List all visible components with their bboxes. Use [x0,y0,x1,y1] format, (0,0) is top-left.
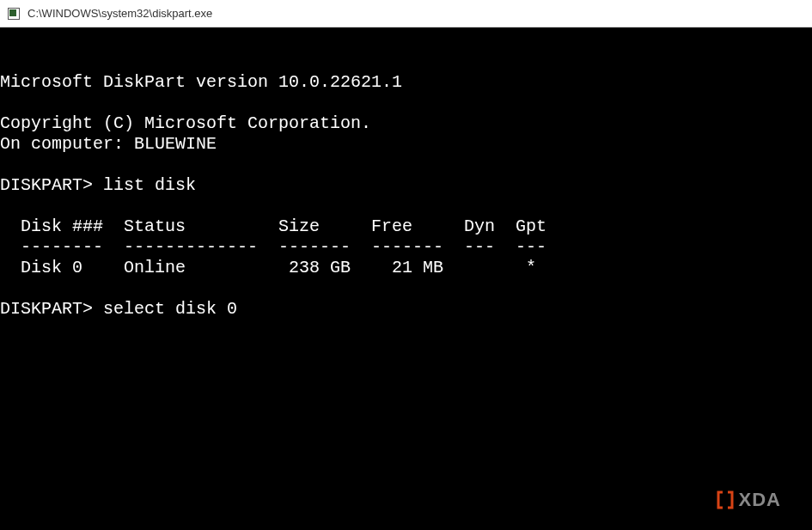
table-header: Disk ### Status Size Free Dyn Gpt [0,216,546,236]
copyright-line: Copyright (C) Microsoft Corporation. [0,113,371,133]
version-line: Microsoft DiskPart version 10.0.22621.1 [0,72,402,92]
computer-line: On computer: BLUEWINE [0,134,217,154]
app-icon [7,7,21,21]
command-input: select disk 0 [103,299,237,319]
table-row: Disk 0 Online 238 GB 21 MB * [0,258,536,277]
table-divider: -------- ------------- ------- ------- -… [0,237,546,257]
watermark-logo: XDA [717,489,781,511]
bracket-icon [717,490,734,509]
window-titlebar[interactable]: C:\WINDOWS\system32\diskpart.exe [0,0,812,27]
terminal-area[interactable]: Microsoft DiskPart version 10.0.22621.1 … [0,27,812,530]
prompt: DISKPART> [0,299,103,319]
terminal-output: Microsoft DiskPart version 10.0.22621.1 … [0,48,812,320]
window-title: C:\WINDOWS\system32\diskpart.exe [27,7,212,20]
command-input: list disk [103,175,196,195]
prompt: DISKPART> [0,175,103,195]
watermark-text: XDA [739,489,781,511]
